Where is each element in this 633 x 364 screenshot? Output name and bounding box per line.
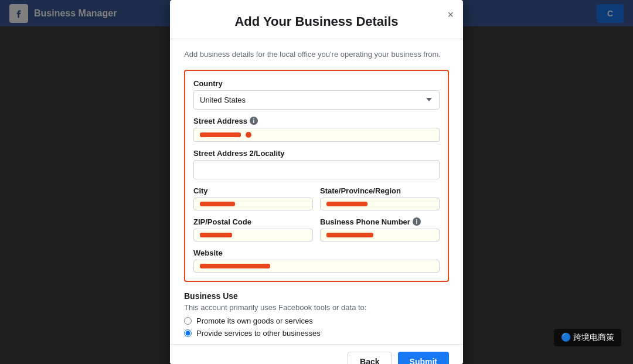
street-address-group: Street Address i bbox=[193, 117, 440, 142]
street-address-2-group: Street Address 2/Locality bbox=[193, 149, 440, 179]
website-group: Website bbox=[193, 249, 440, 273]
city-state-row: City State/Province/Region bbox=[193, 186, 440, 217]
business-use-title: Business Use bbox=[184, 291, 449, 301]
zip-label: ZIP/Postal Code bbox=[193, 217, 313, 226]
modal-title: Add Your Business Details bbox=[184, 14, 449, 29]
country-label: Country bbox=[193, 79, 440, 88]
modal-description: Add business details for the local offic… bbox=[184, 49, 449, 60]
phone-label: Business Phone Number i bbox=[320, 217, 440, 226]
modal-footer: Back Submit bbox=[170, 344, 463, 364]
state-input-container bbox=[320, 198, 440, 210]
back-button[interactable]: Back bbox=[348, 352, 392, 364]
country-group: Country United States United Kingdom Can… bbox=[193, 79, 440, 110]
zip-phone-row: ZIP/Postal Code Business Phone Number i bbox=[193, 217, 440, 249]
modal-body: Add business details for the local offic… bbox=[170, 39, 463, 344]
submit-button[interactable]: Submit bbox=[398, 352, 449, 364]
phone-group: Business Phone Number i bbox=[320, 217, 440, 249]
zip-group: ZIP/Postal Code bbox=[193, 217, 313, 241]
radio-own-goods-input[interactable] bbox=[184, 317, 192, 325]
radio-other-businesses-input[interactable] bbox=[184, 329, 192, 337]
street-address-redacted bbox=[200, 132, 241, 137]
radio-other-businesses-label: Provide services to other businesses bbox=[196, 329, 321, 338]
form-section: Country United States United Kingdom Can… bbox=[184, 70, 449, 282]
state-label: State/Province/Region bbox=[320, 186, 440, 195]
website-label: Website bbox=[193, 249, 440, 257]
business-use-section: Business Use This account primarily uses… bbox=[184, 291, 449, 338]
street-address-2-label: Street Address 2/Locality bbox=[193, 149, 440, 158]
website-input-container bbox=[193, 260, 440, 273]
street-address-label: Street Address i bbox=[193, 117, 440, 125]
city-label: City bbox=[193, 186, 313, 195]
radio-own-goods-label: Promote its own goods or services bbox=[196, 317, 313, 325]
business-use-desc: This account primarily uses Facebook too… bbox=[184, 303, 449, 312]
zip-redacted bbox=[200, 233, 232, 237]
phone-redacted bbox=[326, 233, 373, 237]
street-address-input-container bbox=[193, 128, 440, 142]
city-redacted bbox=[200, 202, 235, 206]
radio-other-businesses[interactable]: Provide services to other businesses bbox=[184, 329, 449, 338]
watermark: 🔵 跨境电商策 bbox=[554, 329, 621, 346]
phone-info-icon[interactable]: i bbox=[413, 217, 421, 226]
state-group: State/Province/Region bbox=[320, 186, 440, 217]
modal: Add Your Business Details × Add business… bbox=[170, 0, 463, 364]
radio-own-goods[interactable]: Promote its own goods or services bbox=[184, 317, 449, 325]
modal-header: Add Your Business Details × bbox=[170, 0, 463, 39]
street-address-redacted-dot bbox=[246, 132, 251, 138]
city-input-container bbox=[193, 198, 313, 210]
watermark-text: 🔵 跨境电商策 bbox=[561, 332, 614, 342]
modal-close-button[interactable]: × bbox=[447, 9, 454, 20]
street-address-2-input[interactable] bbox=[193, 160, 440, 179]
country-select[interactable]: United States United Kingdom Canada bbox=[193, 90, 440, 110]
street-address-info-icon[interactable]: i bbox=[250, 117, 258, 125]
zip-input-container bbox=[193, 229, 313, 241]
phone-input-container bbox=[320, 229, 440, 241]
state-redacted bbox=[326, 202, 367, 206]
city-group: City bbox=[193, 186, 313, 210]
website-redacted bbox=[200, 264, 270, 268]
